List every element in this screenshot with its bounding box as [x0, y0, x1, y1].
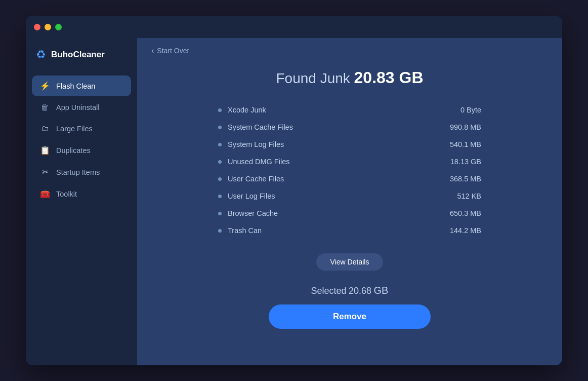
junk-row: User Log Files 512 KB: [218, 187, 481, 205]
junk-row: Xcode Junk 0 Byte: [218, 101, 481, 119]
start-over-label: Start Over: [157, 47, 189, 55]
junk-name: System Log Files: [228, 140, 284, 148]
minimize-button[interactable]: [45, 24, 51, 30]
sidebar-item-toolkit[interactable]: 🧰 Toolkit: [32, 183, 131, 204]
chevron-left-icon: ‹: [151, 46, 154, 55]
maximize-button[interactable]: [55, 24, 62, 30]
sidebar-item-label: Toolkit: [56, 190, 77, 198]
sidebar-item-large-files[interactable]: 🗂 Large Files: [32, 119, 131, 139]
junk-row-left: Trash Can: [218, 226, 262, 235]
junk-dot: [218, 212, 222, 215]
junk-dot: [218, 108, 222, 112]
view-details-button[interactable]: View Details: [316, 253, 384, 271]
junk-dot: [218, 160, 222, 164]
junk-size: 368.5 MB: [450, 175, 481, 183]
junk-name: User Cache Files: [228, 175, 284, 183]
sidebar: ♻ BuhoCleaner ⚡ Flash Clean 🗑 App Uninst…: [26, 38, 137, 365]
found-junk-value: 20.83 GB: [354, 68, 424, 87]
app-uninstall-icon: 🗑: [40, 103, 50, 112]
close-button[interactable]: [34, 24, 40, 30]
junk-dot: [218, 126, 222, 129]
app-body: ♻ BuhoCleaner ⚡ Flash Clean 🗑 App Uninst…: [26, 38, 562, 365]
start-over-button[interactable]: ‹ Start Over: [151, 46, 189, 55]
remove-button[interactable]: Remove: [269, 304, 431, 329]
found-junk-prefix: Found Junk: [276, 70, 354, 86]
junk-row-left: System Cache Files: [218, 123, 293, 131]
junk-name: Unused DMG Files: [228, 158, 289, 166]
junk-name: User Log Files: [228, 192, 275, 200]
junk-name: Xcode Junk: [228, 106, 266, 114]
junk-name: Trash Can: [228, 226, 262, 235]
sidebar-item-app-uninstall[interactable]: 🗑 App Uninstall: [32, 97, 131, 118]
junk-name: System Cache Files: [228, 123, 293, 131]
selected-unit: GB: [374, 285, 389, 296]
large-files-icon: 🗂: [40, 124, 50, 133]
sidebar-item-duplicates[interactable]: 📋 Duplicates: [32, 140, 131, 161]
junk-row-left: User Log Files: [218, 192, 275, 200]
found-junk-title: Found Junk 20.83 GB: [276, 68, 423, 87]
sidebar-item-label: Startup Items: [56, 168, 100, 176]
junk-dot: [218, 143, 222, 146]
junk-size: 540.1 MB: [450, 140, 481, 148]
junk-row: Unused DMG Files 18.13 GB: [218, 153, 481, 170]
junk-row: User Cache Files 368.5 MB: [218, 170, 481, 187]
sidebar-item-flash-clean[interactable]: ⚡ Flash Clean: [32, 75, 131, 96]
app-window: ♻ BuhoCleaner ⚡ Flash Clean 🗑 App Uninst…: [26, 16, 562, 365]
junk-size: 0 Byte: [460, 106, 481, 114]
junk-dot: [218, 229, 222, 233]
junk-row: Browser Cache 650.3 MB: [218, 205, 481, 222]
sidebar-logo: ♻ BuhoCleaner: [26, 48, 137, 75]
startup-items-icon: ✂: [40, 167, 50, 177]
junk-row: System Log Files 540.1 MB: [218, 136, 481, 153]
junk-row: System Cache Files 990.8 MB: [218, 119, 481, 136]
sidebar-item-label: App Uninstall: [56, 103, 99, 111]
sidebar-item-label: Duplicates: [56, 146, 91, 155]
selected-value: 20.68: [349, 286, 371, 296]
junk-size: 650.3 MB: [450, 209, 481, 217]
duplicates-icon: 📋: [40, 145, 50, 155]
content-area: Found Junk 20.83 GB Xcode Junk 0 Byte Sy…: [137, 63, 562, 365]
selected-amount: Selected 20.68 GB: [311, 285, 389, 296]
junk-dot: [218, 177, 222, 181]
junk-size: 990.8 MB: [450, 123, 481, 131]
junk-row-left: User Cache Files: [218, 175, 284, 183]
sidebar-item-label: Flash Clean: [56, 82, 95, 90]
junk-size: 512 KB: [457, 192, 481, 200]
sidebar-item-startup-items[interactable]: ✂ Startup Items: [32, 162, 131, 182]
junk-row-left: System Log Files: [218, 140, 284, 148]
junk-row-left: Xcode Junk: [218, 106, 266, 114]
flash-clean-icon: ⚡: [40, 81, 50, 91]
logo-text: BuhoCleaner: [51, 50, 105, 60]
title-bar: [26, 16, 562, 38]
sidebar-item-label: Large Files: [56, 125, 93, 133]
sidebar-nav: ⚡ Flash Clean 🗑 App Uninstall 🗂 Large Fi…: [26, 75, 137, 204]
selected-section: Selected 20.68 GB Remove: [269, 285, 431, 329]
selected-prefix: Selected: [311, 286, 347, 296]
junk-list: Xcode Junk 0 Byte System Cache Files 990…: [218, 101, 481, 239]
junk-row-left: Browser Cache: [218, 209, 278, 217]
toolkit-icon: 🧰: [40, 189, 50, 199]
junk-name: Browser Cache: [228, 209, 278, 217]
main-content: ‹ Start Over Found Junk 20.83 GB Xcode J…: [137, 38, 562, 365]
topbar: ‹ Start Over: [137, 38, 562, 63]
junk-size: 144.2 MB: [450, 226, 481, 235]
junk-dot: [218, 195, 222, 198]
logo-icon: ♻: [36, 48, 46, 61]
junk-size: 18.13 GB: [450, 158, 481, 166]
junk-row-left: Unused DMG Files: [218, 158, 289, 166]
traffic-lights: [34, 24, 62, 30]
junk-row: Trash Can 144.2 MB: [218, 222, 481, 239]
